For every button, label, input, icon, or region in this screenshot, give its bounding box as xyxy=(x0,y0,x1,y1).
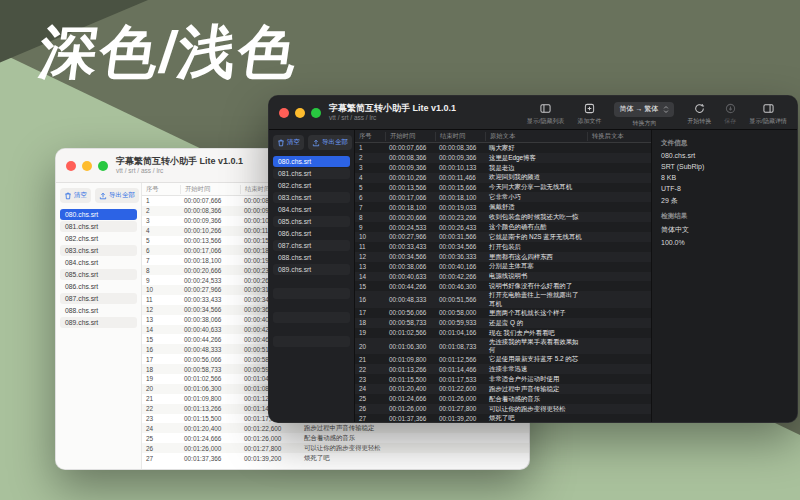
cell-text: 佩戴舒适 xyxy=(485,203,587,211)
export-all-button[interactable]: 导出全部 xyxy=(308,135,352,150)
conversion-direction-value: 简体 → 繁体 xyxy=(619,104,658,114)
conversion-direction-select[interactable]: 简体 → 繁体 xyxy=(614,102,674,117)
cell-start: 00:01:26,000 xyxy=(385,405,435,412)
minimize-button[interactable] xyxy=(82,161,92,171)
cell-text: 非常适合户外运动时使用 xyxy=(485,375,587,383)
export-all-button[interactable]: 导出全部 xyxy=(95,188,139,203)
close-button[interactable] xyxy=(66,161,76,171)
header-start-time: 开始时间 xyxy=(385,132,435,141)
cell-no: 15 xyxy=(355,283,385,290)
cell-end: 00:01:17,533 xyxy=(435,376,485,383)
file-item[interactable]: 082.chs.srt xyxy=(60,233,137,244)
file-item[interactable]: 080.chs.srt xyxy=(60,209,137,220)
cell-no: 27 xyxy=(355,415,385,422)
minimize-button[interactable] xyxy=(295,108,305,118)
save-button[interactable]: 保存 xyxy=(724,102,736,126)
file-item[interactable]: 087.chs.srt xyxy=(60,293,137,304)
export-icon xyxy=(99,192,107,200)
cell-end: 00:00:51,566 xyxy=(435,296,485,303)
file-item-empty xyxy=(273,336,350,347)
file-item[interactable]: 087.chs.srt xyxy=(273,240,350,251)
cell-text: 可以让你的跑步变得更轻松 xyxy=(485,405,587,413)
start-convert-label: 开始转换 xyxy=(687,117,711,126)
file-item[interactable]: 081.chs.srt xyxy=(273,168,350,179)
cell-text: 打开包装后 xyxy=(485,243,587,251)
clear-button[interactable]: 清空 xyxy=(60,188,91,203)
cell-start: 00:01:02,566 xyxy=(385,329,435,336)
cell-start: 00:00:56,066 xyxy=(385,309,435,316)
cell-text: 里面两个耳机就长这个样子 xyxy=(485,309,587,317)
cell-start: 00:01:13,266 xyxy=(180,405,240,412)
details-panel: 文件信息 080.chs.srt SRT (SubRip) 8 KB UTF-8… xyxy=(651,130,797,422)
file-item[interactable]: 085.chs.srt xyxy=(60,269,137,280)
cell-no: 1 xyxy=(142,197,180,204)
window-title: 字幕繁简互转小助手 Lite v1.0.1 xyxy=(116,156,243,167)
file-item[interactable]: 082.chs.srt xyxy=(273,180,350,191)
table-body: 100:00:07,66600:00:08,366嗨大家好200:00:08,3… xyxy=(355,143,651,422)
toolbar: 显示/隐藏列表 添加文件 简体 → 繁体 转换方向 开始转换 xyxy=(527,98,787,128)
file-item[interactable]: 086.chs.srt xyxy=(60,281,137,292)
file-item[interactable]: 089.chs.srt xyxy=(273,264,350,275)
start-convert-button[interactable]: 开始转换 xyxy=(687,102,711,126)
add-file-button[interactable]: 添加文件 xyxy=(577,102,601,126)
cell-start: 00:00:48,333 xyxy=(385,296,435,303)
promo-stage: 深色/浅色 字幕繁简互转小助手 Lite v1.0.1 vtt / srt / … xyxy=(0,0,800,500)
conversion-direction-label: 转换方向 xyxy=(632,119,656,128)
header-end-time: 结束时间 xyxy=(435,132,485,141)
cell-start: 00:00:07,666 xyxy=(385,144,435,151)
cell-no: 14 xyxy=(355,273,385,280)
cell-start: 00:01:24,666 xyxy=(180,435,240,442)
window-subtitle: vtt / srt / ass / lrc xyxy=(116,167,243,175)
subtitle-row: 1000:00:27,96600:00:31,566它就是南卡的 N2S 蓝牙无… xyxy=(355,232,651,242)
cell-no: 2 xyxy=(355,154,385,161)
file-item[interactable]: 080.chs.srt xyxy=(273,156,350,167)
subtitle-row: 2200:01:13,26600:01:14,466连接非常迅速 xyxy=(355,364,651,374)
file-item[interactable]: 084.chs.srt xyxy=(273,204,350,215)
cell-start: 00:00:17,066 xyxy=(385,194,435,201)
cell-end: 00:00:34,566 xyxy=(435,243,485,250)
cell-no: 7 xyxy=(142,257,180,264)
subtitle-row: 2600:01:26,00000:01:27,800可以让你的跑步变得更轻松 xyxy=(142,443,529,453)
file-item[interactable]: 085.chs.srt xyxy=(273,216,350,227)
cell-start: 00:00:58,733 xyxy=(385,319,435,326)
file-item[interactable]: 088.chs.srt xyxy=(273,252,350,263)
cell-end: 00:00:09,366 xyxy=(435,154,485,161)
cell-start: 00:01:24,666 xyxy=(385,395,435,402)
file-item[interactable]: 083.chs.srt xyxy=(60,245,137,256)
file-item[interactable]: 089.chs.srt xyxy=(60,317,137,328)
file-item[interactable]: 088.chs.srt xyxy=(60,305,137,316)
cell-text: 今天同大家分享一款无线耳机 xyxy=(485,183,587,191)
file-item[interactable]: 086.chs.srt xyxy=(273,228,350,239)
cell-end: 00:01:26,000 xyxy=(435,395,485,402)
cell-start: 00:00:48,333 xyxy=(180,346,240,353)
file-info-title: 文件信息 xyxy=(661,139,788,148)
clear-button[interactable]: 清空 xyxy=(273,135,304,150)
cell-no: 10 xyxy=(355,233,385,240)
cell-no: 26 xyxy=(355,405,385,412)
clear-button-label: 清空 xyxy=(74,191,87,200)
subtitle-row: 700:00:18,10000:00:19,033佩戴舒适 xyxy=(355,202,651,212)
cell-no: 24 xyxy=(142,425,180,432)
cell-start: 00:00:44,266 xyxy=(180,336,240,343)
save-label: 保存 xyxy=(724,117,736,126)
file-item[interactable]: 083.chs.srt xyxy=(273,192,350,203)
cell-start: 00:00:40,633 xyxy=(180,326,240,333)
zoom-button[interactable] xyxy=(311,108,321,118)
file-item[interactable]: 081.chs.srt xyxy=(60,221,137,232)
cell-text: 这里是Edge博客 xyxy=(485,154,587,162)
subtitle-row: 400:00:10,26600:00:11,466欢迎回到我的频道 xyxy=(355,173,651,183)
file-list: 080.chs.srt081.chs.srt082.chs.srt083.chs… xyxy=(269,154,354,422)
cell-no: 27 xyxy=(142,455,180,462)
cell-text: 分别是主体耳塞 xyxy=(485,262,587,270)
zoom-button[interactable] xyxy=(98,161,108,171)
subtitle-row: 1400:00:40,63300:00:42,266电源线说明书 xyxy=(355,272,651,282)
toggle-details-button[interactable]: 显示/隐藏详情 xyxy=(749,102,787,126)
toggle-list-button[interactable]: 显示/隐藏列表 xyxy=(527,102,565,126)
cell-end: 00:01:12,566 xyxy=(435,356,485,363)
cell-end: 00:01:39,200 xyxy=(240,455,300,462)
file-item-empty xyxy=(273,312,350,323)
close-button[interactable] xyxy=(279,108,289,118)
titlebar: 字幕繁简互转小助手 Lite v1.0.1 vtt / srt / ass / … xyxy=(269,96,797,130)
cell-start: 00:01:37,366 xyxy=(385,415,435,422)
file-item[interactable]: 084.chs.srt xyxy=(60,257,137,268)
